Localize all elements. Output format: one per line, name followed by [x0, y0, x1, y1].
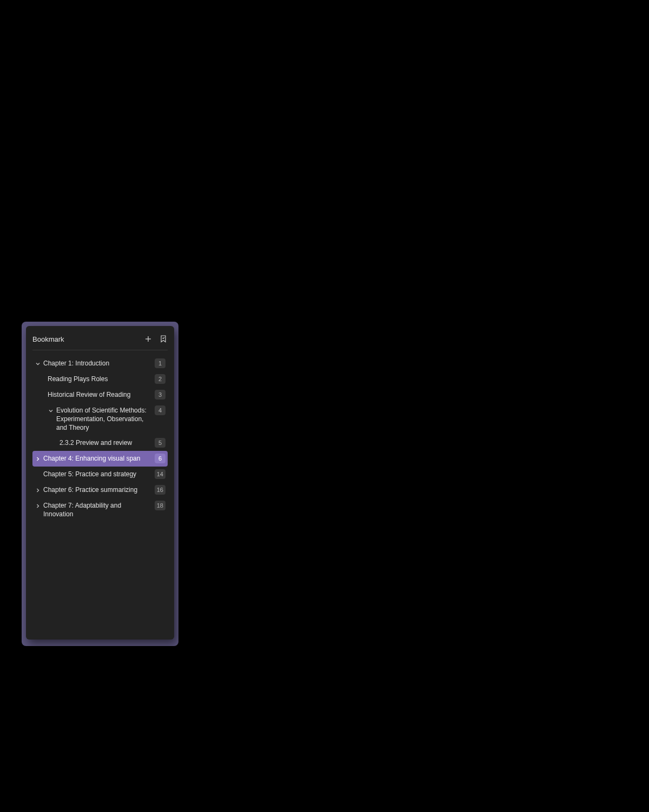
bookmark-panel: Bookmark Chapter 1: Introduction1Re	[26, 326, 174, 640]
bookmark-item[interactable]: Reading Plays Roles2	[32, 371, 168, 387]
chevron-right-icon	[35, 487, 41, 494]
bookmark-action-button[interactable]	[159, 335, 168, 343]
page-badge: 14	[155, 469, 165, 479]
panel-title: Bookmark	[32, 335, 64, 343]
plus-icon	[144, 335, 152, 343]
bookmark-item-label: Reading Plays Roles	[48, 375, 155, 383]
bookmark-item[interactable]: Chapter 4: Enhancing visual span6	[32, 451, 168, 467]
chevron-down-icon	[35, 361, 41, 367]
add-button[interactable]	[144, 335, 153, 343]
chevron-right-icon	[35, 456, 41, 462]
page-badge: 6	[155, 454, 165, 463]
chevron-down-icon	[48, 408, 54, 414]
page-badge: 4	[155, 405, 165, 415]
page-badge: 5	[155, 438, 165, 448]
bookmark-item[interactable]: Chapter 7: Adaptability and Innovation18	[32, 498, 168, 522]
bookmark-item[interactable]: Evolution of Scientific Methods: Experim…	[32, 403, 168, 435]
bookmark-item-label: Chapter 4: Enhancing visual span	[43, 454, 155, 463]
header-actions	[144, 335, 168, 343]
page-badge: 16	[155, 485, 165, 495]
bookmark-item[interactable]: Historical Review of Reading3	[32, 387, 168, 403]
bookmark-item-label: Chapter 1: Introduction	[43, 359, 155, 368]
bookmark-item[interactable]: Chapter 5: Practice and strategy14	[32, 467, 168, 482]
bookmark-item[interactable]: 2.3.2 Preview and review5	[32, 435, 168, 451]
bookmark-list: Chapter 1: Introduction1Reading Plays Ro…	[32, 356, 168, 640]
bookmark-item-label: Chapter 7: Adaptability and Innovation	[43, 501, 155, 518]
chevron-right-icon	[35, 503, 41, 509]
page-badge: 3	[155, 390, 165, 400]
bookmark-item-label: Historical Review of Reading	[48, 390, 155, 399]
bookmark-item[interactable]: Chapter 1: Introduction1	[32, 356, 168, 371]
bookmark-item-label: 2.3.2 Preview and review	[59, 438, 155, 447]
bookmark-item-label: Evolution of Scientific Methods: Experim…	[56, 406, 155, 432]
bookmark-item[interactable]: Chapter 6: Practice summarizing16	[32, 482, 168, 498]
bookmark-item-label: Chapter 5: Practice and strategy	[43, 470, 155, 478]
page-badge: 1	[155, 358, 165, 368]
page-badge: 18	[155, 501, 165, 510]
bookmark-panel-wrapper: Bookmark Chapter 1: Introduction1Re	[22, 322, 178, 646]
page-badge: 2	[155, 374, 165, 384]
bookmark-icon	[160, 335, 167, 343]
bookmark-item-label: Chapter 6: Practice summarizing	[43, 485, 155, 494]
panel-header: Bookmark	[32, 332, 168, 350]
